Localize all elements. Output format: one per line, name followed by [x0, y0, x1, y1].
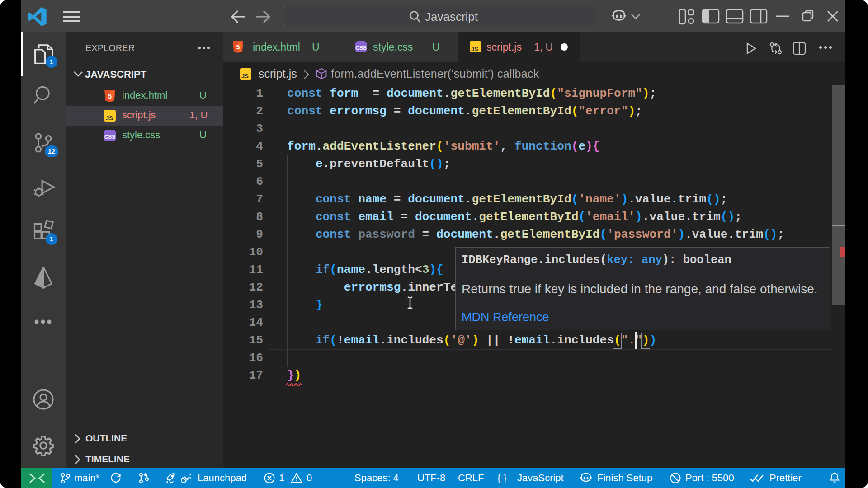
svg-text:5: 5 [236, 43, 240, 51]
svg-text:CSS: CSS [104, 134, 116, 140]
svg-text:5: 5 [108, 92, 112, 100]
svg-text:JS: JS [471, 46, 478, 52]
svg-text:JS: JS [241, 73, 249, 80]
svg-text:CSS: CSS [355, 45, 367, 51]
svg-text:JS: JS [106, 115, 113, 122]
